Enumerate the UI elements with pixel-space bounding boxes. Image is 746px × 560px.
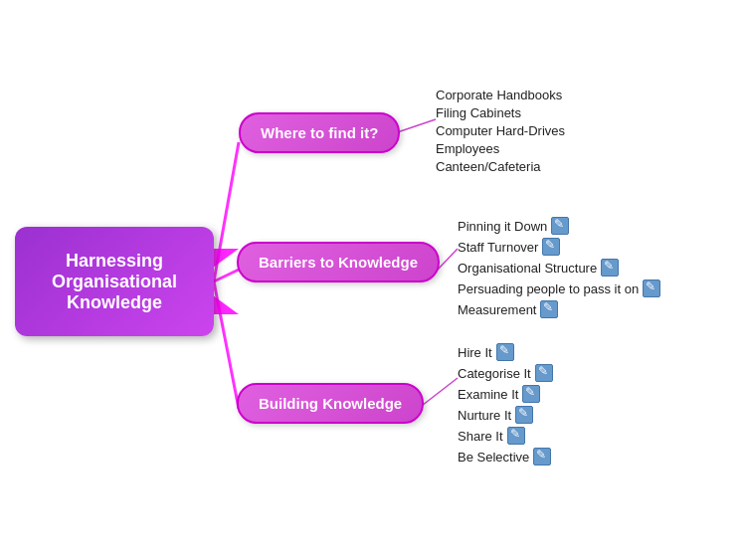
note-icon [515, 406, 533, 424]
where-label: Where to find it? [261, 124, 378, 141]
leaf-text: Corporate Handbooks [436, 88, 562, 102]
barriers-label: Barriers to Knowledge [259, 254, 418, 271]
leaf-text: Categorise It [458, 366, 531, 381]
list-item: Persuading people to pass it on [458, 280, 660, 297]
leaf-text: Persuading people to pass it on [458, 281, 639, 296]
svg-line-2 [214, 281, 239, 409]
note-icon [496, 343, 514, 361]
leaf-text: Canteen/Cafeteria [436, 159, 541, 174]
note-icon [601, 259, 619, 277]
leaf-text: Hire It [458, 345, 492, 360]
central-node: Harnessing Organisational Knowledge [15, 227, 214, 336]
note-icon [540, 300, 558, 318]
list-item: Measurement [458, 300, 660, 318]
list-item: Share It [458, 427, 553, 445]
building-node: Building Knowledge [237, 383, 424, 424]
list-item: Pinning it Down [458, 217, 660, 235]
list-item: Be Selective [458, 448, 553, 466]
list-item: Categorise It [458, 364, 553, 382]
list-item: Hire It [458, 343, 553, 361]
list-item: Staff Turnover [458, 238, 660, 256]
note-icon [507, 427, 525, 445]
where-node: Where to find it? [239, 112, 400, 153]
note-icon [535, 364, 553, 382]
where-leaves-group: Corporate HandbooksFiling CabinetsComput… [436, 88, 565, 177]
note-icon [551, 217, 569, 235]
note-icon [522, 385, 540, 403]
svg-line-5 [438, 249, 458, 270]
list-item: Canteen/Cafeteria [436, 159, 565, 174]
leaf-text: Computer Hard-Drives [436, 123, 565, 138]
leaf-text: Measurement [458, 302, 536, 317]
leaf-text: Share It [458, 429, 503, 444]
svg-line-1 [214, 270, 239, 281]
svg-line-6 [418, 378, 458, 409]
building-label: Building Knowledge [259, 395, 402, 412]
barriers-leaves-group: Pinning it DownStaff TurnoverOrganisatio… [458, 217, 660, 321]
list-item: Filing Cabinets [436, 105, 565, 120]
leaf-text: Be Selective [458, 450, 529, 465]
note-icon [643, 280, 660, 297]
leaf-text: Filing Cabinets [436, 105, 521, 120]
leaf-text: Organisational Structure [458, 261, 597, 276]
leaf-text: Employees [436, 141, 499, 156]
list-item: Employees [436, 141, 565, 156]
list-item: Corporate Handbooks [436, 88, 565, 102]
barriers-node: Barriers to Knowledge [237, 242, 440, 282]
note-icon [542, 238, 560, 256]
leaf-text: Staff Turnover [458, 240, 538, 255]
central-label: Harnessing Organisational Knowledge [25, 251, 204, 313]
list-item: Examine It [458, 385, 553, 403]
leaf-text: Nurture It [458, 408, 511, 423]
list-item: Organisational Structure [458, 259, 660, 277]
svg-line-0 [214, 142, 239, 281]
leaf-text: Examine It [458, 387, 518, 402]
note-icon [533, 448, 551, 466]
list-item: Nurture It [458, 406, 553, 424]
leaf-text: Pinning it Down [458, 219, 547, 234]
building-leaves-group: Hire ItCategorise ItExamine ItNurture It… [458, 343, 553, 468]
list-item: Computer Hard-Drives [436, 123, 565, 138]
